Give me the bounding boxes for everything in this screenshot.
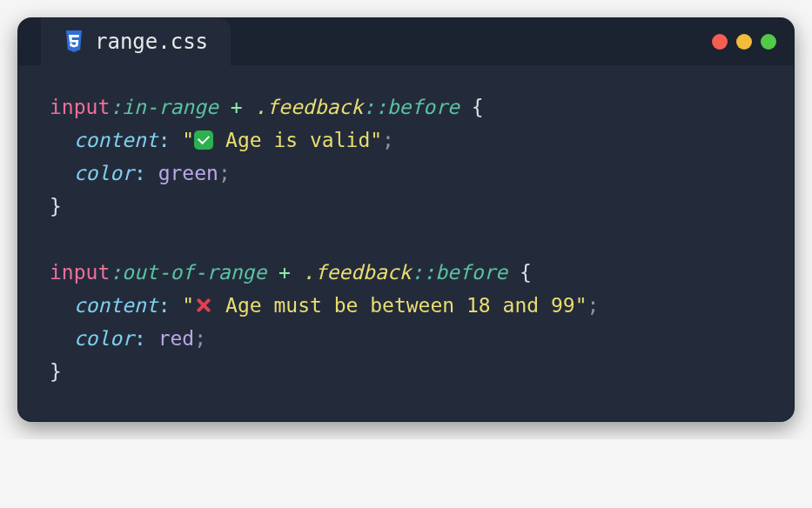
token-semicolon: ; — [218, 162, 231, 184]
token-semicolon: ; — [587, 294, 599, 317]
cross-icon — [194, 296, 213, 315]
token-colon: : — [134, 162, 146, 184]
token-brace: { — [520, 261, 532, 284]
token-value: red — [158, 327, 195, 350]
token-pseudo-element: ::before — [363, 96, 460, 118]
token-tag: input — [50, 96, 110, 118]
token-semicolon: ; — [194, 327, 206, 350]
css-file-icon — [64, 30, 84, 54]
token-brace: } — [50, 195, 62, 217]
token-pseudo-class: :out-of-range — [110, 261, 266, 284]
token-string: " — [182, 129, 194, 151]
titlebar: range.css — [18, 18, 794, 65]
token-string: Age must be between 18 and 99" — [213, 294, 587, 317]
token-brace: { — [472, 96, 484, 118]
token-pseudo-class: :in-range — [110, 96, 218, 118]
token-string: Age is valid" — [213, 129, 382, 151]
token-colon: : — [134, 327, 146, 350]
token-colon: : — [158, 129, 171, 151]
window-controls — [712, 34, 776, 50]
token-class: .feedback — [303, 261, 412, 284]
file-name: range.css — [95, 30, 208, 54]
token-brace: } — [50, 360, 62, 383]
maximize-button[interactable] — [761, 34, 776, 50]
checkmark-icon — [194, 130, 213, 150]
token-colon: : — [158, 294, 171, 317]
token-combinator: + — [266, 261, 303, 284]
token-property: content — [74, 294, 158, 317]
token-tag: input — [50, 261, 110, 284]
close-button[interactable] — [712, 34, 728, 50]
token-class: .feedback — [254, 96, 363, 118]
token-string: " — [182, 294, 194, 317]
editor-window: range.css input:in-range + .feedback::be… — [17, 17, 795, 422]
minimize-button[interactable] — [736, 34, 752, 50]
token-property: color — [74, 162, 134, 184]
token-combinator: + — [218, 96, 255, 118]
code-area[interactable]: input:in-range + .feedback::before { con… — [18, 65, 794, 421]
token-property: content — [74, 129, 158, 151]
token-property: color — [74, 327, 134, 350]
token-semicolon: ; — [382, 129, 394, 151]
file-tab[interactable]: range.css — [41, 18, 231, 65]
token-value: green — [158, 162, 218, 184]
token-pseudo-element: ::before — [411, 261, 507, 284]
